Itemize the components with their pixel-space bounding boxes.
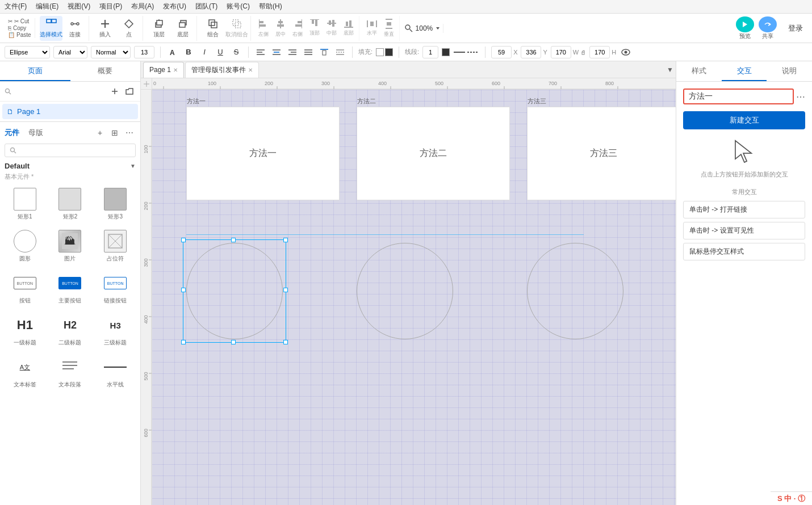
new-interaction-btn[interactable]: 新建交互 — [683, 111, 805, 129]
interaction-set-visibility-btn[interactable]: 单击时 -> 设置可见性 — [683, 222, 805, 239]
align-middle-btn[interactable]: 中部 — [324, 16, 340, 41]
comp-link-btn[interactable]: BUTTON 链接按钮 — [95, 270, 136, 307]
comp-h3[interactable]: H3 三级标题 — [95, 312, 136, 349]
text-align-center-btn[interactable] — [270, 46, 283, 58]
comp-h2[interactable]: H2 二级标题 — [50, 312, 91, 349]
insert-btn[interactable]: 插入 — [94, 16, 116, 41]
comp-button[interactable]: BUTTON 按钮 — [5, 270, 45, 307]
align-center-btn[interactable]: 居中 — [273, 16, 288, 41]
menu-account[interactable]: 账号(C) — [227, 2, 250, 11]
canvas-tab-page1-close[interactable]: ✕ — [173, 67, 178, 73]
stroke-color-btn[interactable] — [442, 48, 450, 56]
handle-tm[interactable] — [231, 238, 236, 242]
circle2[interactable] — [357, 243, 453, 339]
canvas-viewport[interactable]: 方法一 方法一 方法二 方法二 方法三 方法三 — [152, 90, 676, 505]
handle-tr[interactable] — [283, 238, 288, 242]
text-align-left-btn[interactable] — [254, 46, 267, 58]
canvas-tab-master-close[interactable]: ✕ — [248, 67, 253, 73]
uncombine-btn[interactable]: 取消组合 — [225, 16, 248, 41]
menu-publish[interactable]: 发布(U) — [163, 2, 186, 11]
select-mode-btn[interactable]: 选择模式 — [40, 16, 62, 41]
h-input[interactable] — [589, 46, 610, 58]
align-bottom-btn[interactable]: 底部 — [341, 16, 357, 41]
y-input[interactable] — [521, 46, 541, 58]
handle-mr[interactable] — [283, 288, 288, 292]
page-item-1[interactable]: 🗋 Page 1 — [2, 104, 138, 119]
handle-bl[interactable] — [181, 340, 186, 344]
canvas-tab-arrow[interactable]: ▼ — [667, 66, 673, 74]
tab-outline[interactable]: 概要 — [70, 61, 141, 81]
tab-masters[interactable]: 母版 — [28, 128, 43, 138]
add-page-btn[interactable] — [108, 85, 121, 98]
preview-btn[interactable]: 预览 — [736, 16, 754, 40]
comp-primary-btn[interactable]: BUTTON 主要按钮 — [50, 270, 91, 307]
folder-btn[interactable] — [123, 85, 136, 98]
copy-btn[interactable]: ⎘ Copy — [8, 25, 31, 31]
circle3[interactable] — [527, 243, 623, 339]
tab-style[interactable]: 样式 — [676, 61, 722, 81]
stroke-dash-btn[interactable] — [467, 46, 479, 58]
canvas-frame-1[interactable]: 方法一 方法一 — [186, 107, 340, 200]
shape-type-select[interactable]: Ellipse — [5, 46, 50, 58]
cut-btn[interactable]: ✂ ✂ Cut — [8, 18, 31, 24]
menu-help[interactable]: 帮助(H) — [259, 2, 282, 11]
default-collapse-btn[interactable]: ▼ — [130, 163, 136, 169]
font-size-input[interactable] — [134, 46, 154, 58]
interaction-name-input[interactable] — [683, 89, 794, 104]
comp-rect3[interactable]: 矩形3 — [95, 186, 136, 223]
canvas-frame-3[interactable]: 方法三 方法三 — [527, 107, 676, 200]
comp-image[interactable]: 图片 — [50, 228, 91, 265]
connect-btn[interactable]: 连接 — [64, 16, 86, 41]
point-btn[interactable]: 点 — [118, 16, 140, 41]
tab-components[interactable]: 元件 — [5, 128, 19, 138]
italic-btn[interactable]: I — [198, 46, 211, 58]
interaction-open-link-btn[interactable]: 单击时 -> 打开链接 — [683, 201, 805, 218]
lock-ratio-icon[interactable] — [580, 49, 586, 55]
text-align-right-btn[interactable] — [286, 46, 299, 58]
canvas-tab-page1[interactable]: Page 1 ✕ — [143, 62, 184, 78]
canvas-tab-master[interactable]: 管理母版引发事件 ✕ — [185, 62, 259, 78]
handle-bm[interactable] — [231, 340, 236, 344]
visibility-btn[interactable] — [620, 46, 632, 58]
paste-btn[interactable]: 📋 Paste — [8, 32, 31, 38]
text-valign-top-btn[interactable] — [318, 46, 330, 58]
login-btn[interactable]: 登录 — [784, 21, 807, 36]
zoom-dropdown-icon[interactable] — [435, 26, 441, 31]
bold-btn[interactable]: B — [182, 46, 195, 58]
add-comp-btn[interactable]: + — [94, 127, 106, 139]
top-layer-btn[interactable]: 顶层 — [148, 16, 170, 41]
w-input[interactable] — [551, 46, 571, 58]
align-right-btn[interactable]: 右侧 — [290, 16, 305, 41]
text-align-justify-btn[interactable] — [302, 46, 315, 58]
menu-project[interactable]: 项目(P) — [99, 2, 122, 11]
circle1-container[interactable] — [186, 243, 283, 339]
style-select[interactable]: Normal — [91, 46, 131, 58]
comp-rect1[interactable]: 矩形1 — [5, 186, 45, 223]
handle-tl[interactable] — [181, 238, 186, 242]
fill-color2-btn[interactable] — [385, 48, 393, 56]
bottom-layer-btn[interactable]: 底层 — [171, 16, 194, 41]
distribute-v-btn[interactable]: 垂直 — [381, 16, 397, 41]
combine-btn[interactable]: 组合 — [202, 16, 224, 41]
handle-br[interactable] — [283, 340, 288, 344]
underline-btn[interactable]: U — [214, 46, 227, 58]
menu-file[interactable]: 文件(F) — [5, 2, 27, 11]
fill-color-btn[interactable] — [376, 48, 384, 56]
comp-circle[interactable]: 圆形 — [5, 228, 45, 265]
interaction-hover-style-btn[interactable]: 鼠标悬停交互样式 — [683, 243, 805, 260]
font-select[interactable]: Arial — [53, 46, 87, 58]
align-left-btn[interactable]: 左侧 — [256, 16, 271, 41]
comp-grid-btn[interactable]: ⊞ — [108, 127, 121, 139]
text-spacing-btn[interactable] — [334, 46, 346, 58]
comp-more-btn[interactable]: ⋯ — [123, 127, 136, 139]
canvas-frame-2[interactable]: 方法二 方法二 — [357, 107, 510, 200]
stroke-width-input[interactable] — [422, 46, 438, 58]
share-btn[interactable]: 共享 — [759, 16, 777, 40]
distribute-h-btn[interactable]: 水平 — [364, 16, 380, 41]
align-top-btn[interactable]: 顶部 — [307, 16, 323, 41]
strikethrough-btn[interactable]: S — [230, 46, 242, 58]
comp-search-input[interactable] — [16, 146, 131, 154]
tab-pages[interactable]: 页面 — [0, 61, 70, 81]
comp-divider[interactable]: 水平线 — [95, 354, 136, 391]
x-input[interactable] — [491, 46, 512, 58]
